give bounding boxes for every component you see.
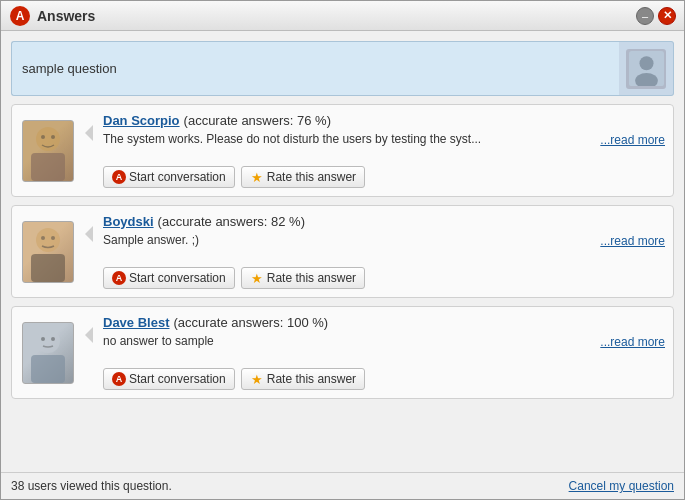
answer-card-boydski: Boydski (accurate answers: 82 %) Sample … (11, 205, 674, 298)
svg-rect-6 (31, 153, 65, 181)
svg-rect-14 (31, 355, 65, 383)
answers-icon-boydski: A (112, 271, 126, 285)
rate-answer-label-dave: Rate this answer (267, 372, 356, 386)
search-bar (11, 41, 674, 96)
svg-point-12 (51, 236, 55, 240)
read-more-boydski[interactable]: ...read more (600, 234, 665, 248)
window-title: Answers (37, 8, 636, 24)
speech-triangle-boydski (85, 226, 93, 242)
start-conversation-dave[interactable]: A Start conversation (103, 368, 235, 390)
actions-dan: A Start conversation ★ Rate this answer (103, 166, 665, 188)
svg-point-9 (36, 228, 60, 252)
accuracy-dan: (accurate answers: 76 %) (184, 113, 331, 128)
main-content: Dan Scorpio (accurate answers: 76 %) The… (1, 31, 684, 472)
answer-text-boydski: Sample answer. ;) (103, 233, 665, 263)
answer-header-boydski: Boydski (accurate answers: 82 %) (103, 214, 665, 229)
rate-answer-label-boydski: Rate this answer (267, 271, 356, 285)
title-bar: A Answers – ✕ (1, 1, 684, 31)
rate-answer-label-dan: Rate this answer (267, 170, 356, 184)
avatar-silhouette-icon (629, 51, 664, 86)
start-conversation-boydski[interactable]: A Start conversation (103, 267, 235, 289)
svg-rect-10 (31, 254, 65, 282)
svg-point-16 (51, 337, 55, 341)
read-more-dave[interactable]: ...read more (600, 335, 665, 349)
accuracy-dave: (accurate answers: 100 %) (173, 315, 328, 330)
avatar-boydski (20, 214, 75, 289)
photo-dave-blest (22, 322, 74, 384)
answers-list: Dan Scorpio (accurate answers: 76 %) The… (11, 104, 674, 462)
start-conversation-dan[interactable]: A Start conversation (103, 166, 235, 188)
rate-answer-boydski[interactable]: ★ Rate this answer (241, 267, 365, 289)
actions-dave: A Start conversation ★ Rate this answer (103, 368, 665, 390)
avatar-dave-blest (20, 315, 75, 390)
photo-boydski (22, 221, 74, 283)
username-dan[interactable]: Dan Scorpio (103, 113, 180, 128)
photo-dan-scorpio (22, 120, 74, 182)
start-conversation-label-dave: Start conversation (129, 372, 226, 386)
star-icon-dave: ★ (250, 372, 264, 386)
accuracy-boydski: (accurate answers: 82 %) (158, 214, 305, 229)
rate-answer-dave[interactable]: ★ Rate this answer (241, 368, 365, 390)
user-avatar (626, 49, 666, 89)
svg-text:A: A (16, 9, 25, 23)
views-count: 38 users viewed this question. (11, 479, 172, 493)
star-icon-boydski: ★ (250, 271, 264, 285)
answer-body-boydski: Boydski (accurate answers: 82 %) Sample … (103, 214, 665, 289)
svg-point-15 (41, 337, 45, 341)
minimize-button[interactable]: – (636, 7, 654, 25)
answer-card-dave-blest: Dave Blest (accurate answers: 100 %) no … (11, 306, 674, 399)
answer-header-dan: Dan Scorpio (accurate answers: 76 %) (103, 113, 665, 128)
speech-triangle-dave (85, 327, 93, 343)
start-conversation-label-dan: Start conversation (129, 170, 226, 184)
star-icon-dan: ★ (250, 170, 264, 184)
svg-point-7 (41, 135, 45, 139)
rate-answer-dan[interactable]: ★ Rate this answer (241, 166, 365, 188)
main-window: A Answers – ✕ (0, 0, 685, 500)
answer-text-dave: no answer to sample (103, 334, 665, 364)
answers-icon-dan: A (112, 170, 126, 184)
person-icon (23, 121, 73, 181)
app-logo: A (9, 5, 31, 27)
svg-point-3 (639, 56, 653, 70)
answer-header-dave: Dave Blest (accurate answers: 100 %) (103, 315, 665, 330)
actions-boydski: A Start conversation ★ Rate this answer (103, 267, 665, 289)
person-icon-boydski (23, 222, 73, 282)
close-button[interactable]: ✕ (658, 7, 676, 25)
person-icon-dave (23, 323, 73, 383)
read-more-dan[interactable]: ...read more (600, 133, 665, 147)
avatar-dan-scorpio (20, 113, 75, 188)
svg-point-13 (36, 329, 60, 353)
speech-triangle-dan (85, 125, 93, 141)
answer-body-dan: Dan Scorpio (accurate answers: 76 %) The… (103, 113, 665, 188)
svg-point-8 (51, 135, 55, 139)
answer-body-dave: Dave Blest (accurate answers: 100 %) no … (103, 315, 665, 390)
answer-card-dan-scorpio: Dan Scorpio (accurate answers: 76 %) The… (11, 104, 674, 197)
answers-icon-dave: A (112, 372, 126, 386)
svg-point-11 (41, 236, 45, 240)
start-conversation-label-boydski: Start conversation (129, 271, 226, 285)
search-input[interactable] (11, 41, 619, 96)
username-dave[interactable]: Dave Blest (103, 315, 169, 330)
cancel-question-link[interactable]: Cancel my question (569, 479, 674, 493)
answer-text-dan: The system works. Please do not disturb … (103, 132, 665, 162)
username-boydski[interactable]: Boydski (103, 214, 154, 229)
user-avatar-area (619, 41, 674, 96)
footer: 38 users viewed this question. Cancel my… (1, 472, 684, 499)
